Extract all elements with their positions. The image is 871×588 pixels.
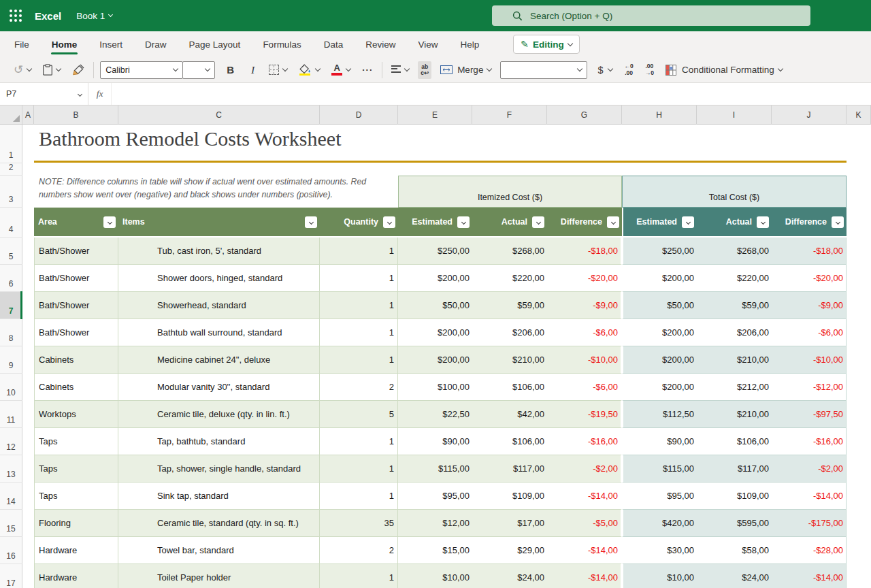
cell-total-actual-row15[interactable]: $595,00 [697, 510, 772, 537]
paste-button[interactable] [40, 61, 63, 78]
cell-total-actual-row17[interactable]: $24,00 [697, 564, 772, 588]
cell-total-difference-row6[interactable]: -$20,00 [772, 265, 847, 292]
cell-difference-row12[interactable]: -$16,00 [547, 428, 622, 455]
formula-input[interactable] [112, 83, 871, 105]
cell-quantity-row15[interactable]: 35 [320, 510, 398, 537]
row-header-11[interactable]: 11 [0, 401, 22, 428]
cell-estimated-row5[interactable]: $250,00 [398, 238, 472, 265]
cell-difference-row10[interactable]: -$6,00 [547, 374, 622, 401]
currency-format-button[interactable]: $ [593, 62, 615, 78]
cell-actual-row7[interactable]: $59,00 [472, 292, 547, 319]
cell-area-row12[interactable]: Taps [34, 428, 118, 455]
tab-data[interactable]: Data [323, 33, 344, 56]
cell-total-estimated-row12[interactable]: $90,00 [622, 428, 697, 455]
tab-help[interactable]: Help [459, 33, 480, 56]
cell-total-actual-row16[interactable]: $58,00 [697, 537, 772, 564]
cell-total-actual-row7[interactable]: $59,00 [697, 292, 772, 319]
cell-total-estimated-row10[interactable]: $200,00 [622, 374, 697, 401]
cell-total-difference-row8[interactable]: -$6,00 [772, 319, 847, 346]
cell-estimated-row13[interactable]: $115,00 [398, 455, 472, 483]
cell-area-row17[interactable]: Hardware [34, 564, 118, 588]
column-header-I[interactable]: I [697, 105, 772, 125]
cell-total-difference-row17[interactable]: -$14,00 [772, 564, 847, 588]
cell-item-row9[interactable]: Medicine cabinet 24'', deluxe [118, 346, 320, 374]
column-header-B[interactable]: B [34, 105, 118, 125]
cell-area-row15[interactable]: Flooring [34, 510, 118, 537]
cell-total-estimated-row8[interactable]: $200,00 [622, 319, 697, 346]
filter-button[interactable] [305, 216, 317, 228]
conditional-formatting-button[interactable]: Conditional Formatting [663, 62, 785, 78]
table-header-items[interactable]: Items [118, 208, 320, 238]
decrease-decimal-button[interactable]: ←0.00 [621, 61, 636, 78]
row-header-3[interactable]: 3 [0, 176, 22, 208]
font-color-button[interactable]: A [329, 61, 353, 78]
cell-total-difference-row5[interactable]: -$18,00 [772, 238, 847, 265]
row-header-8[interactable]: 8 [0, 319, 22, 346]
cell-difference-row6[interactable]: -$20,00 [547, 265, 622, 292]
row-header-16[interactable]: 16 [0, 537, 22, 564]
column-header-C[interactable]: C [118, 105, 320, 125]
cell-quantity-row16[interactable]: 2 [320, 537, 398, 564]
increase-decimal-button[interactable]: .00→0 [642, 61, 657, 78]
filter-button[interactable] [832, 216, 844, 228]
wrap-text-button[interactable]: abc↩ [418, 61, 431, 79]
tab-formulas[interactable]: Formulas [262, 33, 301, 56]
cell-total-difference-row14[interactable]: -$14,00 [772, 483, 847, 510]
cell-item-row12[interactable]: Tap, bathtub, standard [118, 428, 320, 455]
cell-total-actual-row14[interactable]: $109,00 [697, 483, 772, 510]
filter-button[interactable] [103, 216, 116, 228]
cell-area-row14[interactable]: Taps [34, 483, 118, 510]
cell-area-row16[interactable]: Hardware [34, 537, 118, 564]
cell-estimated-row10[interactable]: $100,00 [398, 374, 472, 401]
cell-total-actual-row12[interactable]: $106,00 [697, 428, 772, 455]
table-header-actual-total[interactable]: Actual [697, 208, 772, 238]
row-header-9[interactable]: 9 [0, 346, 22, 374]
cell-difference-row11[interactable]: -$19,50 [547, 401, 622, 428]
cell-actual-row10[interactable]: $106,00 [472, 374, 547, 401]
cell-item-row5[interactable]: Tub, cast iron, 5', standard [118, 238, 320, 265]
row-header-2[interactable]: 2 [0, 163, 22, 176]
filter-button[interactable] [532, 216, 544, 228]
table-header-quantity[interactable]: Quantity [320, 208, 398, 238]
cell-total-estimated-row9[interactable]: $200,00 [622, 346, 697, 374]
cell-actual-row11[interactable]: $42,00 [472, 401, 547, 428]
row-header-6[interactable]: 6 [0, 265, 22, 292]
table-header-area[interactable]: Area [34, 208, 118, 238]
cell-estimated-row14[interactable]: $95,00 [398, 483, 472, 510]
tab-file[interactable]: File [14, 33, 30, 56]
filter-button[interactable] [607, 216, 619, 228]
cell-actual-row16[interactable]: $29,00 [472, 537, 547, 564]
table-header-actual[interactable]: Actual [472, 208, 547, 238]
cell-item-row8[interactable]: Bathtub wall surround, standard [118, 319, 320, 346]
font-name-select[interactable]: Calibri [100, 61, 183, 79]
cell-item-row10[interactable]: Modular vanity 30'', standard [118, 374, 320, 401]
cell-total-estimated-row7[interactable]: $50,00 [622, 292, 697, 319]
table-header-estimated-total[interactable]: Estimated [622, 208, 697, 238]
more-options-button[interactable]: ··· [359, 62, 376, 78]
app-launcher-icon[interactable] [10, 10, 22, 22]
italic-button[interactable]: I [246, 61, 260, 79]
select-all-button[interactable] [0, 105, 22, 125]
cell-total-estimated-row16[interactable]: $30,00 [622, 537, 697, 564]
cell-total-estimated-row15[interactable]: $420,00 [622, 510, 697, 537]
number-format-select[interactable] [500, 61, 587, 79]
table-header-difference-total[interactable]: Difference [772, 208, 847, 238]
cell-actual-row5[interactable]: $268,00 [472, 238, 547, 265]
tab-review[interactable]: Review [365, 33, 396, 56]
cell-total-actual-row9[interactable]: $210,00 [697, 346, 772, 374]
itemized-cost-header[interactable]: Itemized Cost ($) [398, 176, 622, 208]
cell-area-row9[interactable]: Cabinets [34, 346, 118, 374]
cell-quantity-row12[interactable]: 1 [320, 428, 398, 455]
cell-estimated-row7[interactable]: $50,00 [398, 292, 472, 319]
format-painter-button[interactable] [69, 61, 87, 78]
cell-difference-row8[interactable]: -$6,00 [547, 319, 622, 346]
cell-item-row7[interactable]: Showerhead, standard [118, 292, 320, 319]
cell-quantity-row5[interactable]: 1 [320, 238, 398, 265]
cell-actual-row8[interactable]: $206,00 [472, 319, 547, 346]
cell-total-actual-row6[interactable]: $220,00 [697, 265, 772, 292]
cell-estimated-row11[interactable]: $22,50 [398, 401, 472, 428]
cell-area-row6[interactable]: Bath/Shower [34, 265, 118, 292]
cell-quantity-row9[interactable]: 1 [320, 346, 398, 374]
cell-quantity-row14[interactable]: 1 [320, 483, 398, 510]
cell-quantity-row11[interactable]: 5 [320, 401, 398, 428]
